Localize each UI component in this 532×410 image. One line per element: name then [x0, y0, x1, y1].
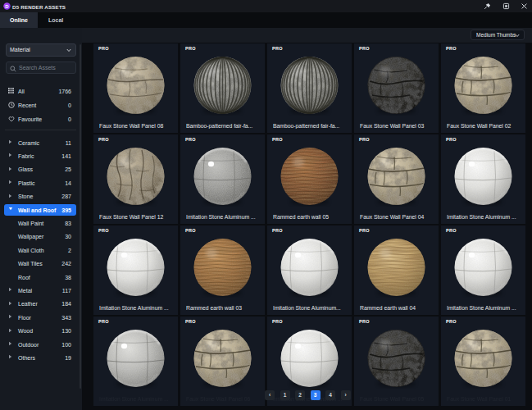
svg-text:D: D — [5, 4, 9, 9]
